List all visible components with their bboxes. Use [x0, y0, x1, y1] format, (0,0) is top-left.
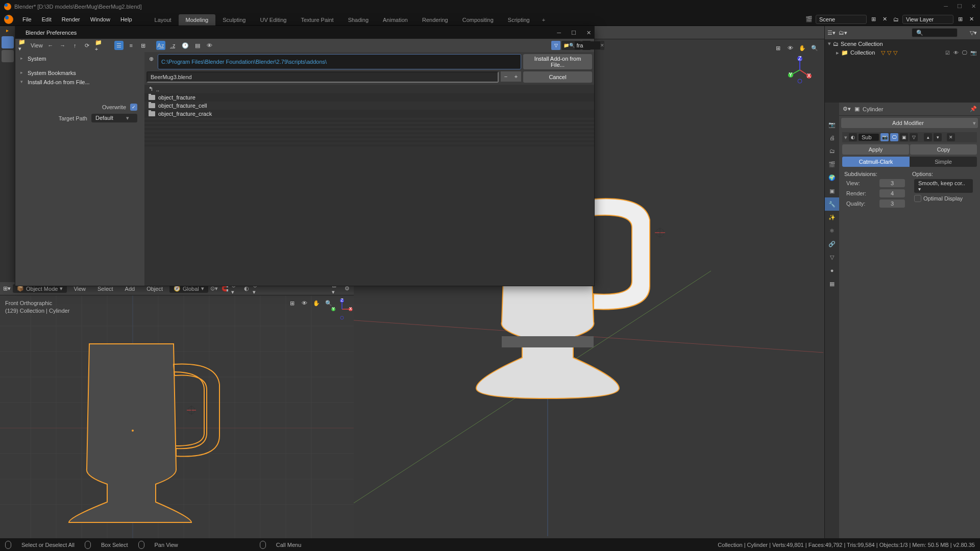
editor-type-icon[interactable]: 📁▾ [18, 41, 28, 50]
display-list-long-icon[interactable]: ≡ [127, 41, 136, 50]
tab-compositing[interactable]: Compositing [455, 14, 501, 26]
mod-display-render-icon[interactable]: 📷 [880, 133, 889, 141]
tab-sculpting[interactable]: Sculpting [215, 14, 253, 26]
mod-display-viewport-icon[interactable]: 🖵 [890, 133, 898, 141]
visibility-eye-icon[interactable]: 👁 [952, 49, 960, 56]
prefs-titlebar[interactable]: Blender Preferences ─ ☐ ✕ [15, 27, 594, 39]
mod-display-edit-icon[interactable]: ▣ [900, 133, 908, 141]
outliner-collection[interactable]: ▸📁 Collection ▽ ▽ ▽ ☑ 👁 🖵 📷 [825, 48, 980, 57]
prefs-maximize-icon[interactable]: ☐ [571, 30, 576, 36]
tool-select[interactable] [2, 36, 14, 48]
sort-ext-icon[interactable]: .͟z [168, 41, 178, 50]
zoom-icon[interactable]: 🔍 [810, 43, 819, 53]
object-name[interactable]: Cylinder [863, 106, 883, 112]
tab-uvediting[interactable]: UV Editing [253, 14, 293, 26]
install-addon-button[interactable]: Install Add-on from File... [523, 54, 592, 69]
viewlayer-browse-icon[interactable]: ⊞ [955, 15, 965, 24]
close-icon[interactable]: ✕ [971, 3, 976, 10]
isolate-icon[interactable]: 👁 [786, 43, 795, 53]
overwrite-checkbox[interactable]: ✓ [130, 104, 137, 111]
viewlayer-icon[interactable]: 🗂 [891, 15, 900, 24]
zoom-icon[interactable]: 🔍 [324, 298, 333, 308]
pin-icon[interactable]: 📌 [970, 106, 977, 112]
sidebar-system[interactable]: System [17, 54, 142, 63]
nav-newfolder-icon[interactable]: 📁+ [95, 41, 104, 50]
pan-icon[interactable]: ✋ [312, 298, 321, 308]
scene-delete-icon[interactable]: ✕ [880, 15, 889, 24]
sidebar-install[interactable]: Install Add-on from File... [17, 78, 142, 87]
decrement-icon[interactable]: − [501, 71, 511, 82]
file-row[interactable]: object_fracture_cell [144, 102, 594, 110]
apply-button[interactable]: Apply [842, 144, 909, 155]
tab-animation[interactable]: Animation [376, 14, 415, 26]
subdiv-view-input[interactable]: 3 [879, 179, 905, 187]
modifier-header[interactable]: ▾ ◐ Sub 📷 🖵 ▣ ▽ ▴ ▾ ✕ [842, 132, 977, 142]
prop-tab-physics[interactable]: ⚛ [825, 224, 839, 237]
prop-tab-object[interactable]: ▣ [825, 184, 839, 197]
cancel-button[interactable]: Cancel [523, 71, 592, 83]
clear-search-icon[interactable]: ✕ [600, 41, 604, 50]
display-list-short-icon[interactable]: ☰ [114, 41, 124, 50]
modifier-name-input[interactable]: Sub [859, 134, 879, 141]
nav-back-icon[interactable]: ← [46, 41, 55, 50]
uvsmooth-dropdown[interactable]: Smooth, keep cor.. ▾ [914, 179, 973, 193]
prefs-minimize-icon[interactable]: ─ [557, 30, 561, 36]
axis-gizmo[interactable]: X Y Z [785, 55, 815, 85]
tab-rendering[interactable]: Rendering [415, 14, 455, 26]
prop-tab-viewlayer[interactable]: 🗂 [825, 144, 839, 158]
menu-window[interactable]: Window [85, 14, 115, 24]
menu-edit[interactable]: Edit [37, 14, 57, 24]
outliner-scene-collection[interactable]: ▾🗂 Scene Collection [825, 39, 980, 48]
subdiv-quality-input[interactable]: 3 [879, 199, 905, 208]
viewlayer-input[interactable] [902, 15, 953, 24]
tab-texturepaint[interactable]: Texture Paint [293, 14, 340, 26]
filename-input[interactable] [146, 71, 499, 83]
sort-size-icon[interactable]: ▤ [193, 41, 202, 50]
path-recent-icon[interactable]: ⊕ [146, 54, 156, 63]
prefs-view-menu[interactable]: View [31, 42, 43, 48]
add-modifier-button[interactable]: Add Modifier ▾ [841, 118, 978, 128]
show-hidden-icon[interactable]: 👁 [205, 41, 214, 50]
editor-type-icon[interactable]: ⊞▾ [2, 284, 11, 293]
menu-file[interactable]: File [17, 14, 37, 24]
menu-help[interactable]: Help [115, 14, 137, 24]
subdiv-render-input[interactable]: 4 [879, 189, 905, 197]
prop-tab-constraints[interactable]: 🔗 [825, 237, 839, 251]
tab-modeling[interactable]: Modeling [179, 14, 216, 26]
mod-move-up-icon[interactable]: ▴ [924, 133, 932, 141]
tool-cursor[interactable] [2, 50, 14, 62]
file-list[interactable]: ↰.. object_fracture object_fracture_cell… [144, 85, 594, 286]
filter-search[interactable] [575, 41, 600, 49]
tab-layout[interactable]: Layout [148, 14, 179, 26]
targetpath-dropdown[interactable]: Default ▾ [91, 114, 137, 122]
simple-toggle[interactable]: Simple [910, 157, 977, 167]
increment-icon[interactable]: + [511, 71, 521, 82]
filter-icon[interactable]: ▽▾ [969, 28, 978, 37]
editor-type-icon[interactable]: ☰▾ [827, 28, 836, 37]
mod-move-down-icon[interactable]: ▾ [934, 133, 942, 141]
prop-tab-texture[interactable]: ▦ [825, 277, 839, 290]
grid-icon[interactable]: ⊞ [287, 298, 297, 308]
scene-browse-icon[interactable]: ⊞ [869, 15, 878, 24]
catmull-toggle[interactable]: Catmull-Clark [842, 157, 910, 167]
viewport-display-icon[interactable]: 🖵 [961, 49, 968, 56]
prop-tab-world[interactable]: 🌍 [825, 171, 839, 184]
blender-logo-icon[interactable] [4, 15, 13, 24]
isolate-icon[interactable]: 👁 [300, 298, 309, 308]
sort-time-icon[interactable]: 🕐 [181, 41, 190, 50]
tab-shading[interactable]: Shading [341, 14, 376, 26]
parent-dir-row[interactable]: ↰.. [144, 85, 594, 93]
file-row[interactable]: object_fracture_crack [144, 110, 594, 118]
minimize-icon[interactable]: ─ [944, 3, 948, 10]
sidebar-bookmarks[interactable]: System Bookmarks [17, 68, 142, 78]
viewport-secondary[interactable]: ⊞▾ 📦 Object Mode ▾ View Select Add Objec… [0, 282, 354, 538]
maximize-icon[interactable]: ☐ [957, 3, 962, 10]
prop-tab-mesh[interactable]: ▽ [825, 251, 839, 264]
scene-icon[interactable]: 🎬 [804, 15, 814, 24]
editor-type-icon[interactable]: ⚙▾ [842, 105, 851, 114]
render-camera-icon[interactable]: 📷 [970, 49, 977, 56]
file-row[interactable]: object_fracture [144, 93, 594, 102]
tab-scripting[interactable]: Scripting [501, 14, 537, 26]
outliner-display-icon[interactable]: 🗂▾ [838, 28, 847, 37]
prop-tab-output[interactable]: 🖨 [825, 131, 839, 144]
